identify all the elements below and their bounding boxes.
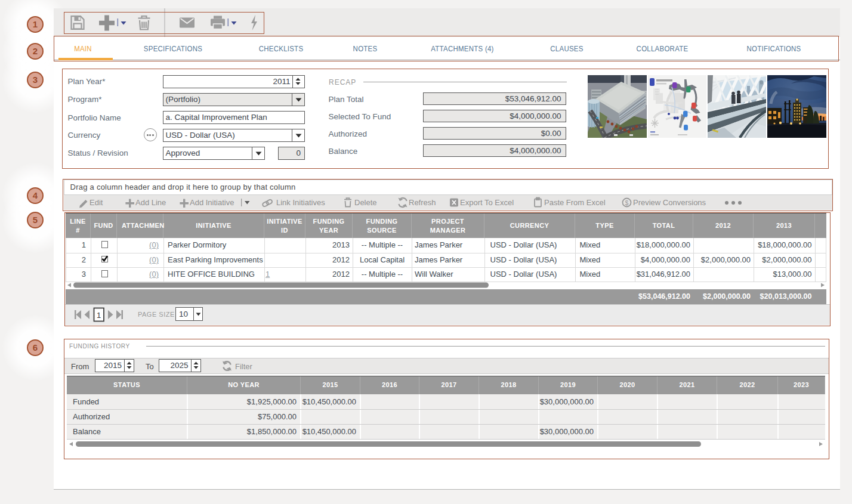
svg-text:1: 1 (97, 310, 101, 319)
svg-text:$: $ (625, 199, 628, 206)
